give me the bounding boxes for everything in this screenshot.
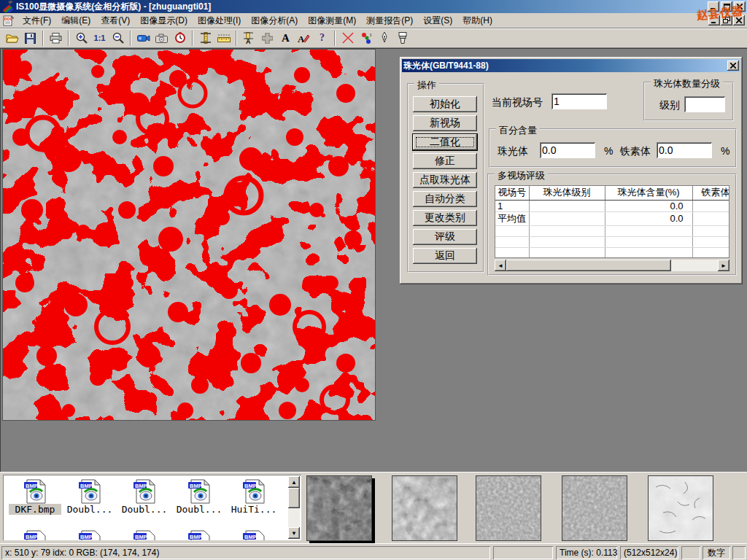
file-item[interactable]: BMP [228,530,280,540]
file-item[interactable]: BMP [173,530,225,540]
status-empty-panel [732,546,746,559]
menu-image-analysis[interactable]: 图像分析(A) [246,13,303,28]
table-row[interactable]: 平均值 0.0 [495,211,729,225]
zoom-in-icon[interactable] [72,30,90,47]
file-name[interactable]: DKF.bmp [9,504,61,515]
brush-tool-icon[interactable] [393,30,411,47]
auto-classify-button[interactable]: 自动分类 [413,191,477,207]
binarize-button[interactable]: 二值化 [413,134,477,150]
file-item[interactable]: BMP Doubl... [118,479,171,515]
thumbnail-5[interactable] [648,475,713,541]
help-icon[interactable]: ? [313,30,331,47]
cell: 平均值 [495,211,529,225]
menu-file[interactable]: 文件(F) [18,13,56,28]
col-pearlite-pct[interactable]: 珠光体含量(%) [605,186,692,200]
mode-panel: 数字 [703,546,730,559]
cell [529,247,605,258]
merge-cross-icon[interactable] [258,30,276,47]
col-ferrite-pct[interactable]: 铁素体含量(%) [692,186,729,200]
measure-text-icon[interactable]: A [240,30,258,47]
hscroll-thumb[interactable] [506,260,671,271]
change-class-button[interactable]: 更改类别 [413,210,477,226]
menu-image-display[interactable]: 图像显示(D) [135,13,193,28]
file-item[interactable]: BMP Doubl... [173,479,225,515]
vscroll-thumb[interactable] [288,488,300,508]
file-name[interactable]: Doubl... [63,504,116,515]
cell [529,200,605,211]
current-field-input[interactable] [551,93,607,109]
open-file-icon[interactable] [3,30,21,47]
file-browser[interactable]: BMP DKF.bmp BMP Doubl... BMP Doubl... [3,475,301,540]
rate-button[interactable]: 评级 [413,229,477,245]
menu-settings[interactable]: 设置(S) [418,13,457,28]
thumbnail-1[interactable] [306,475,372,541]
file-item[interactable]: BMP [63,530,116,540]
file-item[interactable]: BMP DKF.bmp [9,479,61,515]
col-field-no[interactable]: 视场号 [495,186,529,200]
dialog-close-icon[interactable] [727,61,739,71]
cell: 1 [495,200,529,211]
table-row[interactable] [495,225,729,236]
thumbnail-3[interactable] [476,475,541,541]
caliper-icon[interactable] [196,30,214,47]
menu-image-processing[interactable]: 图像处理(I) [193,13,246,28]
pearlite-percent-input[interactable] [540,142,595,158]
init-button[interactable]: 初始化 [413,96,477,112]
text-tool-icon[interactable]: A [276,30,295,47]
print-icon[interactable] [47,30,65,47]
curve-tool-icon[interactable] [338,30,357,47]
menu-view[interactable]: 查看(V) [96,13,135,28]
thumbnail-2[interactable] [392,475,457,541]
scroll-up-icon[interactable]: ▲ [288,476,300,488]
actual-size-icon[interactable]: 1:1 [90,30,109,47]
specimen-image[interactable] [2,49,376,421]
ferrite-percent-sign: % [721,145,729,157]
menu-help[interactable]: 帮助(H) [457,13,498,28]
file-name[interactable]: Doubl... [118,504,171,515]
correct-button[interactable]: 修正 [413,153,477,169]
timer-clock-icon[interactable] [171,30,189,47]
bmp-file-icon: BMP [23,530,47,540]
cell [605,236,692,247]
file-browser-vscrollbar[interactable]: ▲ ▼ [288,476,300,539]
svg-text:DOC: DOC [4,17,13,21]
pen-tool-icon[interactable] [375,30,393,47]
file-item[interactable]: BMP [9,530,61,540]
level-input[interactable] [684,96,725,112]
mdi-workspace: 珠光体(GB/T9441-88) 操作 初始化 新视场 二值化 修正 点取珠光体… [0,48,747,472]
menu-measure-report[interactable]: 测量报告(P) [361,13,418,28]
ruler-icon[interactable] [214,30,233,47]
thumbnail-4[interactable] [562,475,627,541]
menu-bar: DOC 文件(F) 编辑(E) 查看(V) 图像显示(D) 图像处理(I) 图像… [0,13,747,28]
scroll-left-icon[interactable]: ◄ [495,260,506,271]
camera-icon[interactable] [152,30,171,47]
text-edit-icon[interactable]: A [295,30,313,47]
save-icon[interactable] [21,30,39,47]
file-name[interactable]: HuiTi... [228,504,280,515]
scroll-down-icon[interactable]: ▼ [288,527,300,539]
table-hscrollbar[interactable]: ◄ ► [495,260,729,271]
new-field-button[interactable]: 新视场 [413,115,477,131]
pick-pearlite-button[interactable]: 点取珠光体 [413,172,477,188]
scroll-right-icon[interactable]: ► [718,260,729,271]
table-row[interactable]: 1 0.0 [495,200,729,211]
document-icon[interactable]: DOC [3,15,15,26]
file-item[interactable]: BMP [118,530,171,540]
video-camera-icon[interactable] [134,30,152,47]
phase-markers-icon[interactable]: 3 [357,30,375,47]
return-button[interactable]: 返回 [413,248,477,264]
table-row[interactable] [495,247,729,258]
ferrite-percent-input[interactable] [657,142,712,158]
dialog-title-bar[interactable]: 珠光体(GB/T9441-88) [402,59,740,72]
zoom-out-icon[interactable] [109,30,127,47]
multi-field-table[interactable]: 视场号 珠光体级别 珠光体含量(%) 铁素体含量(%) 1 0.0 平均值 0.… [495,185,729,258]
menu-image-measure[interactable]: 图像测量(M) [303,13,361,28]
cell [529,225,605,236]
col-pearlite-grade[interactable]: 珠光体级别 [529,186,605,200]
file-item[interactable]: BMP HuiTi... [228,479,280,515]
table-row[interactable] [495,236,729,247]
file-item[interactable]: BMP Doubl... [63,479,116,515]
file-name[interactable]: Doubl... [173,504,225,515]
cell [692,200,729,211]
menu-edit[interactable]: 编辑(E) [56,13,96,28]
